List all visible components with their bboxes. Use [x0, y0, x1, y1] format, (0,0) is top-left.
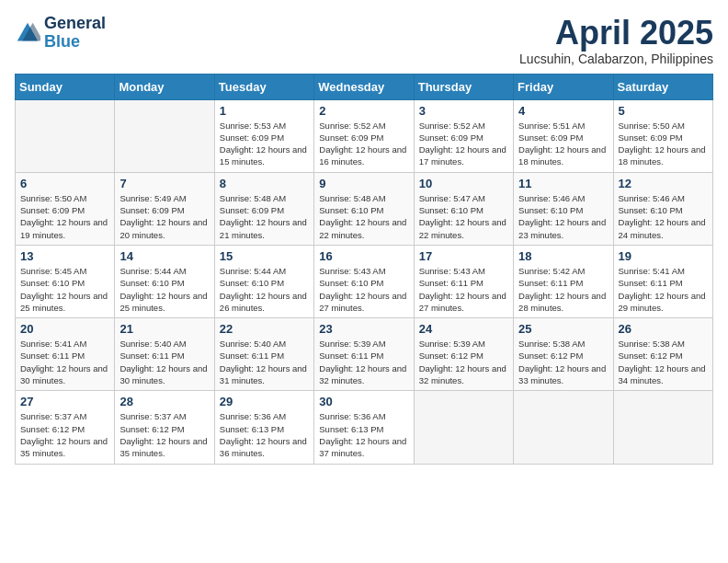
day-number: 2 [319, 104, 408, 118]
weekday-header-tuesday: Tuesday [214, 74, 313, 99]
day-number: 9 [319, 177, 408, 190]
week-row-5: 27Sunrise: 5:37 AM Sunset: 6:12 PM Dayli… [16, 391, 713, 464]
day-info: Sunrise: 5:38 AM Sunset: 6:12 PM Dayligh… [619, 338, 708, 386]
day-info: Sunrise: 5:49 AM Sunset: 6:09 PM Dayligh… [119, 192, 209, 241]
day-info: Sunrise: 5:40 AM Sunset: 6:11 PM Dayligh… [119, 338, 209, 386]
day-cell: 30Sunrise: 5:36 AM Sunset: 6:13 PM Dayli… [314, 391, 414, 464]
logo-icon [15, 20, 40, 46]
day-cell: 2Sunrise: 5:52 AM Sunset: 6:09 PM Daylig… [314, 99, 414, 172]
day-number: 10 [419, 177, 508, 190]
day-info: Sunrise: 5:50 AM Sunset: 6:09 PM Dayligh… [619, 120, 708, 168]
day-number: 26 [619, 322, 708, 336]
day-cell: 17Sunrise: 5:43 AM Sunset: 6:11 PM Dayli… [414, 245, 513, 317]
week-row-4: 20Sunrise: 5:41 AM Sunset: 6:11 PM Dayli… [16, 318, 713, 391]
day-number: 28 [119, 395, 209, 408]
page-header: General Blue April 2025 Lucsuhin, Calaba… [15, 15, 713, 66]
day-info: Sunrise: 5:44 AM Sunset: 6:10 PM Dayligh… [119, 265, 209, 314]
weekday-header-sunday: Sunday [16, 74, 115, 99]
day-number: 17 [419, 249, 508, 263]
day-cell: 16Sunrise: 5:43 AM Sunset: 6:10 PM Dayli… [314, 245, 414, 317]
day-number: 14 [119, 249, 209, 263]
day-info: Sunrise: 5:43 AM Sunset: 6:10 PM Dayligh… [319, 265, 408, 314]
day-cell [115, 99, 214, 172]
weekday-header-wednesday: Wednesday [314, 74, 414, 99]
day-info: Sunrise: 5:53 AM Sunset: 6:09 PM Dayligh… [220, 120, 309, 168]
day-cell [414, 391, 513, 464]
day-cell: 18Sunrise: 5:42 AM Sunset: 6:11 PM Dayli… [514, 245, 613, 317]
month-title: April 2025 [519, 15, 713, 52]
day-info: Sunrise: 5:40 AM Sunset: 6:11 PM Dayligh… [220, 338, 309, 386]
day-info: Sunrise: 5:46 AM Sunset: 6:10 PM Dayligh… [518, 192, 608, 241]
day-number: 19 [619, 249, 708, 263]
day-info: Sunrise: 5:51 AM Sunset: 6:09 PM Dayligh… [518, 120, 608, 168]
day-cell: 11Sunrise: 5:46 AM Sunset: 6:10 PM Dayli… [514, 172, 613, 245]
day-cell: 5Sunrise: 5:50 AM Sunset: 6:09 PM Daylig… [613, 99, 712, 172]
day-number: 15 [220, 249, 309, 263]
day-info: Sunrise: 5:38 AM Sunset: 6:12 PM Dayligh… [518, 338, 608, 386]
day-number: 20 [20, 322, 109, 336]
day-cell: 22Sunrise: 5:40 AM Sunset: 6:11 PM Dayli… [214, 318, 313, 391]
day-info: Sunrise: 5:42 AM Sunset: 6:11 PM Dayligh… [518, 265, 608, 314]
day-info: Sunrise: 5:37 AM Sunset: 6:12 PM Dayligh… [119, 410, 209, 459]
logo-blue-text: Blue [44, 33, 106, 52]
day-cell: 27Sunrise: 5:37 AM Sunset: 6:12 PM Dayli… [16, 391, 115, 464]
day-info: Sunrise: 5:36 AM Sunset: 6:13 PM Dayligh… [319, 410, 408, 459]
day-number: 22 [220, 322, 309, 336]
day-cell [16, 99, 115, 172]
day-cell: 26Sunrise: 5:38 AM Sunset: 6:12 PM Dayli… [613, 318, 712, 391]
day-info: Sunrise: 5:36 AM Sunset: 6:13 PM Dayligh… [220, 410, 309, 459]
day-info: Sunrise: 5:41 AM Sunset: 6:11 PM Dayligh… [20, 338, 109, 386]
day-cell [613, 391, 712, 464]
day-cell: 21Sunrise: 5:40 AM Sunset: 6:11 PM Dayli… [115, 318, 214, 391]
logo: General Blue [15, 15, 106, 52]
day-cell: 4Sunrise: 5:51 AM Sunset: 6:09 PM Daylig… [514, 99, 613, 172]
day-number: 23 [319, 322, 408, 336]
day-number: 6 [20, 177, 109, 190]
day-number: 12 [619, 177, 708, 190]
calendar-table: SundayMondayTuesdayWednesdayThursdayFrid… [15, 74, 713, 465]
day-cell: 28Sunrise: 5:37 AM Sunset: 6:12 PM Dayli… [115, 391, 214, 464]
day-cell: 29Sunrise: 5:36 AM Sunset: 6:13 PM Dayli… [214, 391, 313, 464]
day-number: 24 [419, 322, 508, 336]
day-cell: 19Sunrise: 5:41 AM Sunset: 6:11 PM Dayli… [613, 245, 712, 317]
day-cell: 24Sunrise: 5:39 AM Sunset: 6:12 PM Dayli… [414, 318, 513, 391]
day-cell: 9Sunrise: 5:48 AM Sunset: 6:10 PM Daylig… [314, 172, 414, 245]
day-number: 3 [419, 104, 508, 118]
weekday-header-saturday: Saturday [613, 74, 712, 99]
weekday-header-thursday: Thursday [414, 74, 513, 99]
week-row-2: 6Sunrise: 5:50 AM Sunset: 6:09 PM Daylig… [16, 172, 713, 245]
day-number: 13 [20, 249, 109, 263]
day-number: 21 [119, 322, 209, 336]
day-info: Sunrise: 5:47 AM Sunset: 6:10 PM Dayligh… [419, 192, 508, 241]
day-number: 18 [518, 249, 608, 263]
day-number: 25 [518, 322, 608, 336]
title-area: April 2025 Lucsuhin, Calabarzon, Philipp… [519, 15, 713, 66]
day-number: 11 [518, 177, 608, 190]
day-number: 7 [119, 177, 209, 190]
day-number: 29 [220, 395, 309, 408]
day-info: Sunrise: 5:44 AM Sunset: 6:10 PM Dayligh… [220, 265, 309, 314]
day-number: 5 [619, 104, 708, 118]
day-info: Sunrise: 5:41 AM Sunset: 6:11 PM Dayligh… [619, 265, 708, 314]
weekday-header-monday: Monday [115, 74, 214, 99]
day-cell: 8Sunrise: 5:48 AM Sunset: 6:09 PM Daylig… [214, 172, 313, 245]
day-info: Sunrise: 5:52 AM Sunset: 6:09 PM Dayligh… [419, 120, 508, 168]
day-number: 4 [518, 104, 608, 118]
week-row-1: 1Sunrise: 5:53 AM Sunset: 6:09 PM Daylig… [16, 99, 713, 172]
day-number: 1 [220, 104, 309, 118]
day-info: Sunrise: 5:46 AM Sunset: 6:10 PM Dayligh… [619, 192, 708, 241]
day-cell: 20Sunrise: 5:41 AM Sunset: 6:11 PM Dayli… [16, 318, 115, 391]
day-info: Sunrise: 5:45 AM Sunset: 6:10 PM Dayligh… [20, 265, 109, 314]
week-row-3: 13Sunrise: 5:45 AM Sunset: 6:10 PM Dayli… [16, 245, 713, 317]
day-cell: 15Sunrise: 5:44 AM Sunset: 6:10 PM Dayli… [214, 245, 313, 317]
day-cell: 14Sunrise: 5:44 AM Sunset: 6:10 PM Dayli… [115, 245, 214, 317]
day-cell: 12Sunrise: 5:46 AM Sunset: 6:10 PM Dayli… [613, 172, 712, 245]
day-cell: 23Sunrise: 5:39 AM Sunset: 6:11 PM Dayli… [314, 318, 414, 391]
day-number: 8 [220, 177, 309, 190]
day-cell: 6Sunrise: 5:50 AM Sunset: 6:09 PM Daylig… [16, 172, 115, 245]
day-number: 27 [20, 395, 109, 408]
logo-general-text: General [44, 15, 106, 33]
day-info: Sunrise: 5:39 AM Sunset: 6:11 PM Dayligh… [319, 338, 408, 386]
day-cell: 3Sunrise: 5:52 AM Sunset: 6:09 PM Daylig… [414, 99, 513, 172]
day-cell: 10Sunrise: 5:47 AM Sunset: 6:10 PM Dayli… [414, 172, 513, 245]
